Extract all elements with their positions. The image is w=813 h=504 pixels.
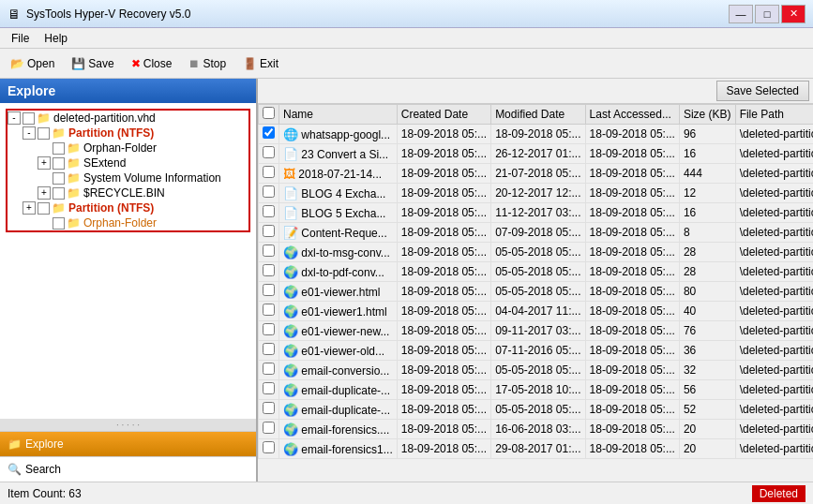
row-path: \deleted-partitio... [735, 125, 813, 144]
partition1-checkbox[interactable] [38, 127, 50, 140]
file-icon: 🌍 [283, 404, 298, 417]
row-checkbox-cell[interactable] [259, 400, 279, 420]
save-selected-button[interactable]: Save Selected [716, 81, 809, 101]
row-checkbox[interactable] [263, 343, 275, 355]
tree-sextend[interactable]: + 📁 SExtend [8, 156, 248, 170]
partition2-expander[interactable]: + [23, 201, 36, 215]
row-created: 18-09-2018 05:... [397, 420, 490, 439]
tree-recycle[interactable]: + 📁 $RECYCLE.BIN [8, 185, 248, 200]
tree-orphan-1[interactable]: 📁 Orphan-Folder [8, 141, 248, 156]
open-button[interactable]: 📂 Open [4, 53, 61, 74]
row-checkbox-cell[interactable] [259, 341, 279, 361]
recycle-expander[interactable]: + [38, 186, 51, 200]
row-accessed: 18-09-2018 05:... [585, 341, 679, 361]
row-checkbox[interactable] [263, 363, 275, 375]
root-label: deleted-partition.vhd [53, 111, 156, 125]
root-expander[interactable]: - [8, 111, 21, 125]
col-modified[interactable]: Modified Date [491, 105, 585, 125]
orphan1-checkbox[interactable] [53, 142, 65, 155]
col-filepath[interactable]: File Path [735, 105, 813, 125]
col-created[interactable]: Created Date [397, 105, 490, 125]
col-name[interactable]: Name [279, 105, 398, 125]
row-checkbox[interactable] [263, 402, 275, 414]
stop-button[interactable]: ⏹ Stop [182, 53, 233, 74]
row-size: 8 [679, 223, 735, 243]
col-accessed[interactable]: Last Accessed... [585, 105, 679, 125]
row-size: 16 [679, 144, 735, 164]
row-checkbox[interactable] [263, 441, 275, 453]
row-checkbox[interactable] [263, 245, 275, 257]
exit-button[interactable]: 🚪 Exit [236, 53, 285, 74]
row-checkbox[interactable] [263, 284, 275, 296]
row-checkbox-cell[interactable] [259, 243, 279, 262]
row-path: \deleted-partitio... [735, 223, 813, 243]
row-checkbox[interactable] [263, 205, 275, 217]
tree-sysvolinfo[interactable]: 📁 System Volume Information [8, 170, 248, 185]
row-checkbox-cell[interactable] [259, 184, 279, 203]
row-checkbox-cell[interactable] [259, 144, 279, 164]
tree-partition-ntfs-2[interactable]: + 📁 Partition (NTFS) [8, 200, 248, 215]
left-panel: Explore - 📁 deleted-partition.vhd - 📁 Pa… [0, 79, 258, 482]
row-created: 18-09-2018 05:... [397, 243, 490, 262]
explore-tab[interactable]: 📁 Explore [0, 432, 256, 456]
col-checkbox[interactable] [259, 105, 279, 125]
row-checkbox-cell[interactable] [259, 282, 279, 302]
row-name: 📄 BLOG 5 Excha... [279, 203, 398, 223]
row-checkbox[interactable] [263, 264, 275, 276]
row-accessed: 18-09-2018 05:... [585, 164, 679, 184]
row-checkbox-cell[interactable] [259, 302, 279, 321]
maximize-button[interactable]: □ [755, 5, 779, 23]
file-table-container[interactable]: Name Created Date Modified Date Last Acc… [258, 104, 813, 482]
row-checkbox[interactable] [263, 422, 275, 434]
menu-file[interactable]: File [4, 30, 37, 47]
file-name: BLOG 4 Excha... [301, 187, 385, 200]
row-checkbox-cell[interactable] [259, 125, 279, 144]
row-checkbox-cell[interactable] [259, 361, 279, 380]
row-name: 🌍 email-conversio... [279, 361, 398, 380]
row-checkbox-cell[interactable] [259, 439, 279, 459]
row-checkbox[interactable] [263, 146, 275, 158]
row-size: 52 [679, 400, 735, 420]
tree-orphan-2[interactable]: 📁 Orphan-Folder [8, 215, 248, 230]
row-checkbox[interactable] [263, 166, 275, 178]
row-checkbox-cell[interactable] [259, 420, 279, 439]
search-tab[interactable]: 🔍 Search [0, 456, 256, 482]
row-checkbox[interactable] [263, 185, 275, 198]
row-checkbox-cell[interactable] [259, 380, 279, 400]
row-checkbox[interactable] [263, 323, 275, 335]
file-icon: 🌍 [283, 286, 298, 299]
recycle-checkbox[interactable] [53, 187, 65, 200]
partition1-folder-icon: 📁 [52, 126, 66, 140]
sysvolinfo-label: System Volume Information [83, 171, 221, 185]
row-checkbox-cell[interactable] [259, 262, 279, 282]
row-path: \deleted-partitio... [735, 361, 813, 380]
row-checkbox[interactable] [263, 126, 275, 139]
row-checkbox-cell[interactable] [259, 203, 279, 223]
tree-scrollbar[interactable]: · · · · · [0, 419, 256, 432]
tree-partition-ntfs-1[interactable]: - 📁 Partition (NTFS) [8, 126, 248, 141]
close-file-button[interactable]: ✖ Close [125, 53, 179, 74]
row-checkbox[interactable] [263, 225, 275, 237]
sysvolinfo-checkbox[interactable] [53, 172, 65, 185]
row-checkbox-cell[interactable] [259, 321, 279, 341]
orphan2-checkbox[interactable] [53, 217, 65, 230]
partition1-expander[interactable]: - [23, 126, 36, 140]
row-checkbox-cell[interactable] [259, 223, 279, 243]
col-size[interactable]: Size (KB) [679, 105, 735, 125]
file-icon: 🌐 [283, 128, 298, 141]
root-checkbox[interactable] [23, 112, 35, 125]
close-button[interactable]: ✕ [781, 5, 805, 23]
row-checkbox-cell[interactable] [259, 164, 279, 184]
save-button[interactable]: 💾 Save [65, 53, 120, 74]
menu-help[interactable]: Help [37, 30, 75, 47]
partition2-checkbox[interactable] [38, 202, 50, 215]
row-path: \deleted-partitio... [735, 203, 813, 223]
minimize-button[interactable]: — [729, 5, 753, 23]
sextend-checkbox[interactable] [53, 157, 65, 170]
tree-root[interactable]: - 📁 deleted-partition.vhd [8, 111, 248, 126]
row-checkbox[interactable] [263, 382, 275, 394]
sextend-expander[interactable]: + [38, 156, 51, 170]
tree-area[interactable]: - 📁 deleted-partition.vhd - 📁 Partition … [0, 103, 256, 419]
row-checkbox[interactable] [263, 304, 275, 316]
select-all-checkbox[interactable] [263, 107, 275, 119]
